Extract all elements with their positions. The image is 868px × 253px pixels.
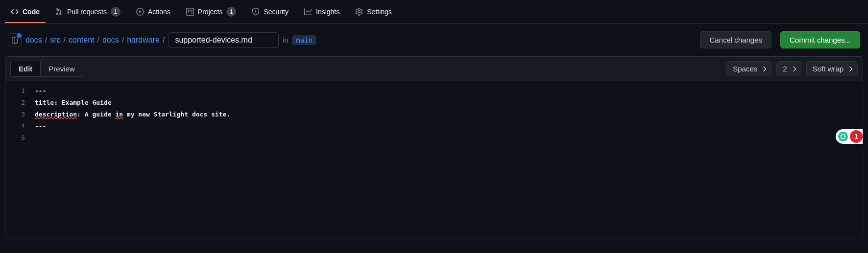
tab-code-label: Code: [23, 8, 40, 16]
grammarly-count: 1: [850, 130, 863, 143]
git-pull-request-icon: [55, 8, 63, 16]
code-line[interactable]: ---: [35, 120, 863, 132]
commit-button[interactable]: Commit changes...: [780, 31, 860, 48]
filename-input[interactable]: [169, 32, 279, 48]
line-number: 1: [5, 85, 25, 97]
breadcrumb-sep: /: [122, 36, 124, 45]
sidebar-expand-icon: [11, 36, 19, 44]
code-line[interactable]: ---: [35, 85, 863, 97]
tab-insights-label: Insights: [316, 8, 339, 16]
tab-actions-label: Actions: [148, 8, 170, 16]
tab-pull-requests[interactable]: Pull requests 1: [49, 0, 126, 23]
tab-pr-label: Pull requests: [67, 8, 107, 16]
shield-icon: [252, 8, 260, 16]
project-icon: [186, 8, 194, 16]
wrap-select[interactable]: Soft wrap: [806, 61, 858, 76]
tab-actions[interactable]: Actions: [130, 0, 176, 23]
code-line[interactable]: description: A guide in my new Starlight…: [35, 109, 863, 120]
breadcrumb-part[interactable]: content: [69, 36, 94, 45]
tab-projects-label: Projects: [198, 8, 223, 16]
breadcrumb-sep: /: [163, 36, 165, 45]
graph-icon: [304, 8, 312, 16]
breadcrumb-part[interactable]: src: [50, 36, 60, 45]
tab-security-label: Security: [264, 8, 289, 16]
mode-preview[interactable]: Preview: [41, 61, 83, 77]
line-number: 2: [5, 97, 25, 109]
file-tree-toggle[interactable]: [8, 33, 22, 47]
line-gutter: 12345: [5, 81, 35, 238]
gear-icon: [355, 8, 363, 16]
branch-badge[interactable]: main: [292, 35, 316, 45]
indent-size-select[interactable]: 2: [776, 61, 801, 76]
breadcrumb-part[interactable]: docs: [25, 36, 42, 45]
tab-settings[interactable]: Settings: [349, 0, 398, 23]
tab-projects[interactable]: Projects 1: [180, 0, 242, 23]
line-number: 5: [5, 132, 25, 144]
code-line[interactable]: [35, 132, 863, 144]
tab-settings-label: Settings: [367, 8, 392, 16]
tab-security[interactable]: Security: [246, 0, 294, 23]
code-editor[interactable]: 12345 ---title: Example Guidedescription…: [5, 81, 863, 238]
line-number: 4: [5, 120, 25, 132]
code-line[interactable]: title: Example Guide: [35, 97, 863, 109]
grammarly-widget[interactable]: 1: [836, 129, 863, 144]
breadcrumb-part[interactable]: docs: [102, 36, 119, 45]
play-icon: [136, 8, 144, 16]
projects-count: 1: [226, 7, 236, 17]
breadcrumb: docs / src / content / docs / hardware /: [25, 36, 165, 45]
indent-select[interactable]: Spaces: [726, 61, 772, 76]
mode-edit[interactable]: Edit: [10, 61, 41, 77]
breadcrumb-sep: /: [97, 36, 99, 45]
code-lines[interactable]: ---title: Example Guidedescription: A gu…: [35, 81, 863, 238]
editor-toolbar: Edit Preview Spaces 2 Soft wrap: [5, 57, 863, 81]
editor-frame: Edit Preview Spaces 2 Soft wrap 12345 --…: [5, 56, 863, 238]
in-label: in: [283, 36, 288, 44]
breadcrumb-sep: /: [45, 36, 47, 45]
breadcrumb-sep: /: [64, 36, 66, 45]
repo-tabs: Code Pull requests 1 Actions Projects 1 …: [0, 0, 868, 23]
line-number: 3: [5, 109, 25, 120]
breadcrumb-part[interactable]: hardware: [127, 36, 160, 45]
grammarly-icon: [838, 132, 848, 141]
cancel-button[interactable]: Cancel changes: [700, 31, 772, 48]
tab-insights[interactable]: Insights: [298, 0, 345, 23]
pr-count: 1: [111, 7, 121, 17]
code-icon: [11, 8, 19, 16]
path-bar: docs / src / content / docs / hardware /…: [0, 23, 868, 56]
tab-code[interactable]: Code: [5, 0, 46, 23]
